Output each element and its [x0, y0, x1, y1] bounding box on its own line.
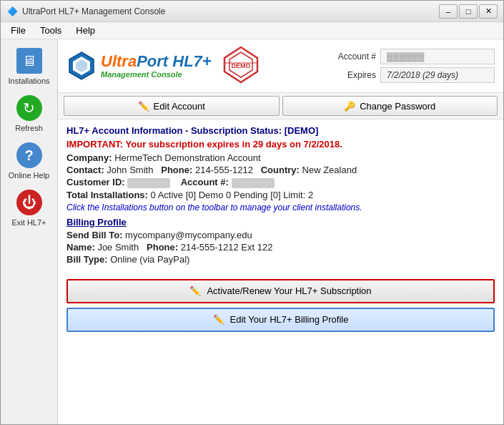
bill-type-label: Bill Type: [66, 254, 108, 265]
sidebar-item-online-help[interactable]: ? Online Help [1, 137, 57, 184]
edit-billing-pencil-icon: ✏️ [213, 314, 224, 325]
menu-help[interactable]: Help [69, 24, 102, 37]
bill-type-value: Online (via PayPal) [110, 254, 189, 265]
action-section: ✏️ Activate/Renew Your HL7+ Subscription… [58, 272, 503, 339]
key-icon: 🔑 [344, 101, 355, 112]
account-number-row: Account # ▓▓▓▓▓▓ [326, 49, 495, 64]
title-bar-controls: – □ ✕ [439, 4, 498, 19]
total-value: 0 Active [0] Demo 0 Pending [0] Limit: 2 [151, 190, 314, 200]
company-line: Company: HermeTech Demonstration Account [66, 152, 495, 163]
activate-renew-button[interactable]: ✏️ Activate/Renew Your HL7+ Subscription [66, 279, 495, 303]
account-num-label: Account #: [181, 177, 229, 187]
customerid-label: Customer ID: [66, 177, 125, 187]
title-bar-icon: 🔷 [6, 6, 18, 17]
account-number-value: ▓▓▓▓▓▓ [387, 52, 425, 62]
billing-name-label: Name: [66, 242, 95, 253]
company-value: HermeTech Demonstration Account [114, 152, 260, 163]
bill-type-line: Bill Type: Online (via PayPal) [66, 254, 495, 265]
contact-label: Contact: [66, 165, 104, 175]
activate-label: Activate/Renew Your HL7+ Subscription [207, 285, 371, 296]
contact-line: Contact: John Smith Phone: 214-555-1212 … [66, 165, 495, 175]
main-window: 🔷 UltraPort HL7+ Management Console – □ … [0, 0, 504, 425]
activate-pencil-icon: ✏️ [189, 285, 201, 296]
menu-tools[interactable]: Tools [33, 24, 69, 37]
edit-account-button[interactable]: ✏️ Edit Account [64, 96, 280, 116]
manage-link-line: Click the Installations button on the to… [66, 202, 495, 212]
account-num-value [232, 178, 275, 188]
exit-icon: ⏻ [15, 188, 44, 217]
edit-billing-button[interactable]: ✏️ Edit Your HL7+ Billing Profile [66, 308, 495, 332]
expires-value: 7/2/2018 (29 days) [387, 70, 458, 80]
svg-text:DEMO: DEMO [231, 62, 250, 69]
total-label: Total Installations: [66, 190, 148, 200]
sidebar-label-installations: Installations [8, 77, 49, 85]
send-bill-label: Send Bill To: [66, 230, 122, 240]
phone-label: Phone: [161, 165, 192, 175]
info-title: HL7+ Account Information - Subscription … [66, 125, 495, 136]
logo-container: UltraPort HL7+ Management Console DEMO [66, 45, 261, 87]
change-password-button[interactable]: 🔑 Change Password [282, 96, 498, 116]
change-password-label: Change Password [360, 101, 435, 112]
phone-value: 214-555-1212 [195, 165, 258, 175]
sidebar: 🖥 Installations ↻ Refresh ? Online Help … [1, 39, 58, 424]
help-icon: ? [15, 141, 44, 170]
customerid-value [127, 178, 170, 188]
header: UltraPort HL7+ Management Console DEMO [58, 39, 503, 93]
edit-account-label: Edit Account [154, 101, 205, 112]
company-label: Company: [66, 152, 112, 163]
monitor-icon: 🖥 [15, 47, 44, 75]
account-info: Account # ▓▓▓▓▓▓ Expires 7/2/2018 (29 da… [326, 49, 495, 83]
close-button[interactable]: ✕ [479, 4, 498, 19]
content-area: UltraPort HL7+ Management Console DEMO [58, 39, 503, 424]
total-installations-line: Total Installations: 0 Active [0] Demo 0… [66, 190, 495, 200]
account-number-field: ▓▓▓▓▓▓ [380, 49, 495, 64]
main-layout: 🖥 Installations ↻ Refresh ? Online Help … [1, 39, 503, 424]
sidebar-item-exit[interactable]: ⏻ Exit HL7+ [1, 184, 57, 231]
send-bill-value: mycompany@mycompany.edu [125, 230, 252, 240]
demo-diamond-svg: DEMO [222, 45, 261, 84]
sidebar-label-exit: Exit HL7+ [12, 218, 46, 227]
sidebar-item-installations[interactable]: 🖥 Installations [1, 42, 57, 89]
menu-file[interactable]: File [4, 24, 33, 37]
logo-line: UltraPort HL7+ [101, 53, 212, 70]
menu-bar: File Tools Help [1, 22, 503, 39]
edit-pencil-icon: ✏️ [138, 101, 149, 112]
refresh-icon: ↻ [15, 94, 44, 122]
billing-phone-value: 214-555-1212 Ext 122 [181, 242, 273, 253]
send-bill-line: Send Bill To: mycompany@mycompany.edu [66, 230, 495, 240]
customerid-line: Customer ID: Account #: [66, 177, 495, 188]
billing-phone-label: Phone: [147, 242, 178, 253]
expires-row: Expires 7/2/2018 (29 days) [326, 67, 495, 83]
edit-billing-label: Edit Your HL7+ Billing Profile [230, 314, 349, 325]
logo-diamond-small [66, 51, 97, 81]
billing-name-line: Name: Joe Smith Phone: 214-555-1212 Ext … [66, 242, 495, 253]
expires-field: 7/2/2018 (29 days) [380, 67, 495, 83]
country-value: New Zealand [302, 165, 357, 175]
maximize-button[interactable]: □ [459, 4, 478, 19]
expires-label: Expires [326, 70, 376, 80]
info-warning: IMPORTANT: Your subscription expires in … [66, 139, 495, 150]
logo-subtitle: Management Console [101, 70, 182, 79]
logo-brand: UltraPort HL7+ [101, 53, 212, 70]
minimize-button[interactable]: – [439, 4, 458, 19]
window-title: UltraPort HL7+ Management Console [22, 6, 439, 16]
contact-value: John Smith [107, 165, 158, 175]
sidebar-item-refresh[interactable]: ↻ Refresh [1, 89, 57, 137]
sidebar-label-online-help: Online Help [9, 171, 49, 180]
billing-section-title: Billing Profile [66, 217, 495, 228]
logo-icon [66, 51, 97, 81]
title-bar: 🔷 UltraPort HL7+ Management Console – □ … [1, 1, 503, 22]
country-label: Country: [261, 165, 300, 175]
account-number-label: Account # [326, 52, 376, 62]
logo-text-area: UltraPort HL7+ Management Console [101, 53, 212, 79]
billing-name-value: Joe Smith [97, 242, 144, 253]
demo-diamond: DEMO [222, 45, 261, 87]
toolbar: ✏️ Edit Account 🔑 Change Password [58, 93, 503, 119]
info-panel: HL7+ Account Information - Subscription … [58, 119, 503, 272]
manage-link[interactable]: Click the Installations button on the to… [66, 202, 362, 212]
sidebar-label-refresh: Refresh [15, 124, 43, 132]
